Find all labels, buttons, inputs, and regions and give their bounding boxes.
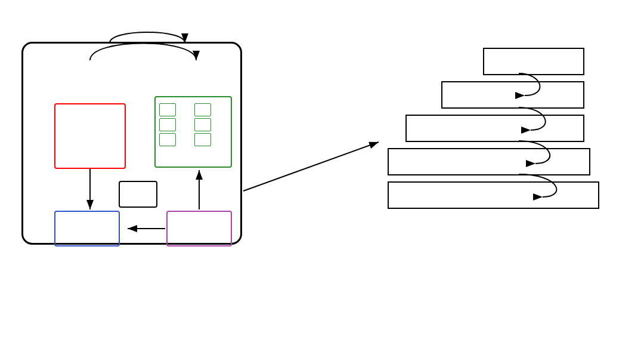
- register-grid: [159, 103, 227, 146]
- prefetch-box: [166, 211, 232, 246]
- hier-network-block: [388, 181, 599, 209]
- reg-cell-4: [194, 118, 211, 131]
- decoder-box: [54, 211, 120, 246]
- hier-register-block: [483, 48, 584, 75]
- svg-line-6: [243, 142, 379, 191]
- hier-memory-block: [405, 115, 584, 142]
- register-stack-box: [154, 96, 232, 168]
- hier-disk-block: [388, 148, 590, 175]
- alu-box: [54, 103, 126, 169]
- memory-hierarchy: [388, 48, 602, 286]
- cpu-diagram-box: [21, 42, 242, 245]
- reg-cell-6: [194, 133, 211, 146]
- reg-cell-5: [159, 133, 176, 146]
- reg-cell-1: [159, 103, 176, 116]
- mmu-box: [119, 181, 157, 208]
- reg-cell-2: [194, 103, 211, 116]
- reg-cell-3: [159, 118, 176, 131]
- hier-cache-block: [441, 81, 584, 109]
